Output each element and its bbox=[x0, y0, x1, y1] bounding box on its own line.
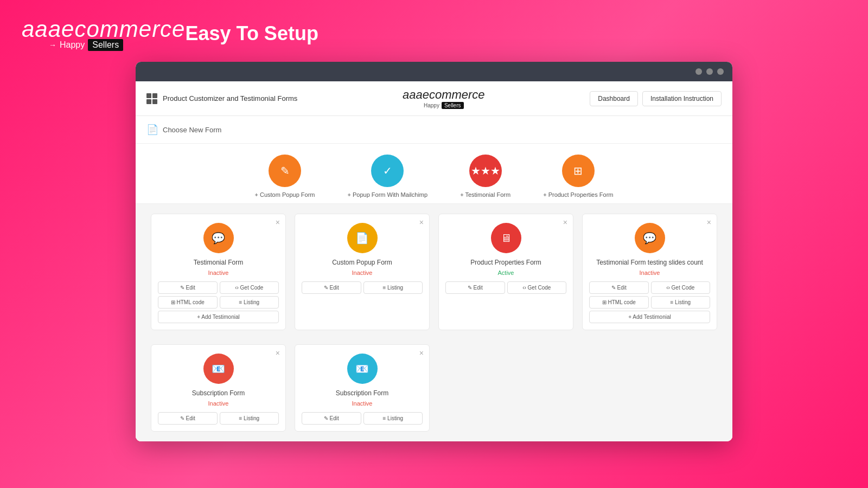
form-type-product-properties[interactable]: ⊞ + Product Properties Form bbox=[543, 155, 613, 198]
card-product-status: Active bbox=[498, 269, 514, 276]
empty-card-slot-2 bbox=[582, 344, 717, 432]
card-sub2-buttons: ✎ Edit ≡ Listing bbox=[302, 412, 423, 425]
app-happy-text: Happy bbox=[424, 102, 439, 108]
card-testimonial-getcode[interactable]: ‹› Get Code bbox=[220, 281, 279, 294]
card-sub2-icon: 📧 bbox=[347, 354, 378, 384]
sellers-badge: Sellers bbox=[88, 39, 123, 51]
card-slides-status: Inactive bbox=[640, 269, 660, 276]
form-type-testimonial[interactable]: ★★★ + Testimonial Form bbox=[460, 155, 510, 198]
card-sub1-status: Inactive bbox=[208, 400, 229, 407]
popup-mailchimp-label: + Popup Form With Mailchimp bbox=[347, 191, 427, 198]
card-product-edit[interactable]: ✎ Edit bbox=[445, 281, 505, 294]
card-product-getcode[interactable]: ‹› Get Code bbox=[507, 281, 567, 294]
close-card-4[interactable]: × bbox=[707, 219, 711, 226]
card-sub1-title: Subscription Form bbox=[192, 389, 245, 397]
card-sub2-edit[interactable]: ✎ Edit bbox=[302, 412, 361, 425]
choose-form-text: Choose New Form bbox=[163, 126, 221, 134]
close-card-3[interactable]: × bbox=[563, 219, 567, 226]
logo-text: aaaecommerce bbox=[22, 16, 185, 42]
card-testimonial-htmlcode[interactable]: ⊞ HTML code bbox=[158, 296, 218, 309]
card-custom-icon: 📄 bbox=[347, 223, 378, 253]
cards-row-1: × 💬 Testimonial Form Inactive ✎ Edit ‹› … bbox=[136, 204, 732, 340]
logo-italic: ecommerce bbox=[61, 16, 185, 42]
browser-dot-1 bbox=[695, 68, 702, 75]
cards-row-2: × 📧 Subscription Form Inactive ✎ Edit ≡ … bbox=[136, 340, 732, 441]
card-slides-getcode[interactable]: ‹› Get Code bbox=[651, 281, 711, 294]
card-testimonial-form: × 💬 Testimonial Form Inactive ✎ Edit ‹› … bbox=[151, 214, 286, 330]
dashboard-button[interactable]: Dashboard bbox=[590, 91, 638, 106]
browser-dot-2 bbox=[706, 68, 713, 75]
popup-mailchimp-icon: ✓ bbox=[371, 155, 404, 187]
card-subscription-1: × 📧 Subscription Form Inactive ✎ Edit ≡ … bbox=[151, 344, 286, 432]
logo-subtitle: → Happy Sellers bbox=[22, 39, 185, 51]
app-logo: aaaecommerce Happy Sellers bbox=[403, 88, 485, 109]
card-slides-add[interactable]: + Add Testimonial bbox=[589, 311, 710, 323]
close-card-5[interactable]: × bbox=[276, 349, 280, 357]
card-custom-status: Inactive bbox=[352, 269, 373, 276]
custom-popup-icon: ✎ bbox=[269, 155, 301, 187]
card-sub1-icon: 📧 bbox=[203, 354, 234, 384]
card-testimonial-title: Testimonial Form bbox=[194, 259, 243, 266]
top-bar: aaaecommerce → Happy Sellers Easy To Set… bbox=[22, 16, 846, 51]
choose-form-area[interactable]: 📄 Choose New Form bbox=[136, 116, 732, 144]
card-custom-buttons: ✎ Edit ≡ Listing bbox=[302, 281, 423, 294]
custom-popup-label: + Custom Popup Form bbox=[255, 191, 315, 198]
app-header-left: Product Customizer and Testimonial Forms bbox=[146, 93, 297, 104]
card-custom-title: Custom Popup Form bbox=[332, 259, 392, 266]
form-type-popup-mailchimp[interactable]: ✓ + Popup Form With Mailchimp bbox=[347, 155, 427, 198]
card-sub1-edit[interactable]: ✎ Edit bbox=[158, 412, 218, 425]
close-card-2[interactable]: × bbox=[419, 219, 424, 226]
card-product-title: Product Properties Form bbox=[470, 259, 541, 266]
card-slides-title: Testimonial Form testing slides count bbox=[596, 259, 703, 266]
document-icon: 📄 bbox=[146, 124, 158, 136]
browser-window: Product Customizer and Testimonial Forms… bbox=[136, 62, 732, 441]
close-card-6[interactable]: × bbox=[419, 349, 424, 357]
card-slides-edit[interactable]: ✎ Edit bbox=[589, 281, 649, 294]
header-buttons: Dashboard Installation Instruction bbox=[590, 91, 722, 106]
card-slides-listing[interactable]: ≡ Listing bbox=[651, 296, 711, 309]
card-testimonial-listing[interactable]: ≡ Listing bbox=[220, 296, 279, 309]
card-custom-popup: × 📄 Custom Popup Form Inactive ✎ Edit ≡ … bbox=[295, 214, 430, 330]
product-properties-icon: ⊞ bbox=[562, 155, 595, 187]
card-subscription-2: × 📧 Subscription Form Inactive ✎ Edit ≡ … bbox=[295, 344, 430, 432]
card-slides-htmlcode[interactable]: ⊞ HTML code bbox=[589, 296, 649, 309]
app-logo-sub: Happy Sellers bbox=[424, 102, 463, 109]
card-testimonial-status: Inactive bbox=[208, 269, 229, 276]
card-custom-edit[interactable]: ✎ Edit bbox=[302, 281, 361, 294]
card-testimonial-slides: × 💬 Testimonial Form testing slides coun… bbox=[582, 214, 717, 330]
logo-happy: Happy bbox=[60, 40, 85, 50]
testimonial-icon: ★★★ bbox=[469, 155, 502, 187]
card-product-icon: 🖥 bbox=[491, 223, 521, 253]
main-logo: aaaecommerce → Happy Sellers bbox=[22, 16, 185, 51]
card-slides-buttons: ✎ Edit ‹› Get Code ⊞ HTML code ≡ Listing… bbox=[589, 281, 710, 323]
card-custom-listing[interactable]: ≡ Listing bbox=[363, 281, 423, 294]
browser-body: Product Customizer and Testimonial Forms… bbox=[136, 81, 732, 441]
installation-button[interactable]: Installation Instruction bbox=[642, 91, 722, 106]
browser-titlebar bbox=[136, 62, 732, 81]
card-testimonial-add[interactable]: + Add Testimonial bbox=[158, 311, 279, 323]
app-logo-text: aaaecommerce bbox=[403, 88, 485, 102]
card-sub2-listing[interactable]: ≡ Listing bbox=[363, 412, 423, 425]
close-card-1[interactable]: × bbox=[276, 219, 280, 226]
card-slides-icon: 💬 bbox=[635, 223, 665, 253]
browser-dot-3 bbox=[717, 68, 724, 75]
testimonial-label: + Testimonial Form bbox=[460, 191, 510, 198]
product-properties-label: + Product Properties Form bbox=[543, 191, 613, 198]
card-product-properties: × 🖥 Product Properties Form Active ✎ Edi… bbox=[438, 214, 573, 330]
form-type-custom-popup[interactable]: ✎ + Custom Popup Form bbox=[255, 155, 315, 198]
card-testimonial-icon: 💬 bbox=[203, 223, 234, 253]
card-sub1-buttons: ✎ Edit ≡ Listing bbox=[158, 412, 279, 425]
app-logo-prefix: aaa bbox=[403, 88, 423, 101]
card-sub2-title: Subscription Form bbox=[336, 389, 388, 397]
app-logo-italic: ecommerce bbox=[423, 88, 485, 101]
form-types-row: ✎ + Custom Popup Form ✓ + Popup Form Wit… bbox=[136, 144, 732, 204]
card-sub1-listing[interactable]: ≡ Listing bbox=[220, 412, 279, 425]
app-icon bbox=[146, 93, 157, 104]
app-sellers-badge: Sellers bbox=[442, 102, 464, 109]
page-heading: Easy To Setup bbox=[185, 22, 318, 45]
empty-card-slot-1 bbox=[438, 344, 573, 432]
card-testimonial-edit[interactable]: ✎ Edit bbox=[158, 281, 218, 294]
card-testimonial-buttons: ✎ Edit ‹› Get Code ⊞ HTML code ≡ Listing… bbox=[158, 281, 279, 323]
app-header: Product Customizer and Testimonial Forms… bbox=[136, 81, 732, 116]
app-header-title: Product Customizer and Testimonial Forms bbox=[163, 94, 297, 102]
